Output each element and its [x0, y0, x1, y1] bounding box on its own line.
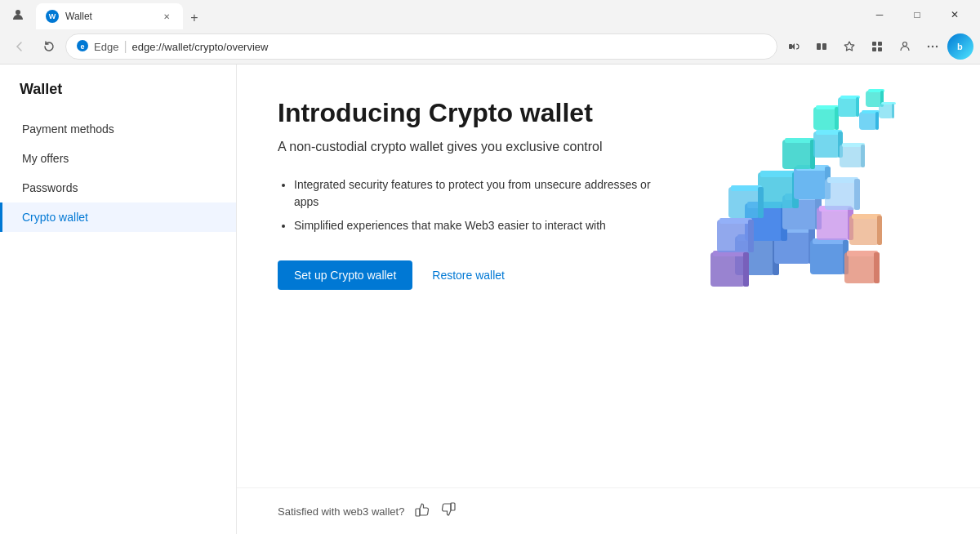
svg-rect-52: [731, 185, 762, 191]
refresh-button[interactable]: [36, 33, 62, 60]
back-button[interactable]: [7, 33, 33, 60]
crypto-visual: [662, 81, 939, 326]
titlebar: W Wallet ✕ + ─ □ ✕: [0, 0, 980, 29]
sidebar-item-my-offers[interactable]: My offers: [0, 144, 236, 173]
intro-heading: Introducing Crypto wallet: [278, 97, 653, 128]
svg-rect-40: [719, 218, 752, 224]
minimize-button[interactable]: ─: [861, 0, 898, 29]
svg-rect-63: [840, 145, 862, 167]
svg-rect-23: [743, 252, 749, 287]
features-list: Integrated security features to protect …: [278, 176, 653, 234]
maximize-button[interactable]: □: [898, 0, 936, 29]
main-content: Introducing Crypto wallet A non-custodia…: [237, 65, 980, 534]
svg-rect-5: [822, 43, 826, 50]
svg-rect-44: [877, 216, 882, 245]
svg-rect-43: [852, 214, 881, 219]
svg-point-0: [16, 10, 20, 15]
edge-icon: e: [76, 39, 89, 55]
svg-rect-29: [874, 252, 880, 283]
sidebar-nav: Payment methods My offers Passwords Cryp…: [0, 114, 236, 232]
svg-rect-75: [866, 91, 882, 107]
svg-rect-51: [728, 187, 760, 218]
svg-rect-48: [794, 167, 826, 199]
more-options-icon[interactable]: [920, 33, 946, 60]
intro-subheading: A non-custodial crypto wallet gives you …: [278, 138, 653, 156]
svg-rect-66: [813, 107, 836, 130]
svg-rect-78: [879, 104, 893, 118]
svg-rect-4: [817, 43, 821, 50]
svg-rect-36: [817, 207, 849, 240]
svg-point-11: [928, 46, 929, 47]
svg-text:e: e: [80, 42, 84, 51]
svg-rect-55: [827, 177, 858, 183]
svg-rect-82: [451, 503, 455, 510]
feature-item-2: Simplified experiences that make Web3 ea…: [294, 217, 653, 234]
profile-button[interactable]: [7, 3, 29, 26]
edge-label: Edge: [94, 41, 118, 53]
toolbar-icons: b: [781, 33, 973, 60]
svg-rect-56: [854, 179, 860, 210]
tab-title: Wallet: [65, 11, 154, 22]
close-button[interactable]: ✕: [936, 0, 973, 29]
thumbs-up-icon[interactable]: [414, 501, 430, 521]
svg-rect-39: [717, 220, 750, 252]
svg-point-10: [903, 42, 907, 47]
svg-point-12: [932, 46, 933, 47]
sidebar: Wallet Payment methods My offers Passwor…: [0, 65, 237, 534]
addressbar: e Edge | edge://wallet/crypto/overview b: [0, 29, 980, 64]
svg-rect-6: [872, 42, 876, 46]
feedback-label: Satisfied with web3 wallet?: [278, 505, 404, 518]
sidebar-item-crypto-wallet[interactable]: Crypto wallet: [0, 202, 236, 232]
svg-rect-7: [878, 42, 882, 46]
collections-icon[interactable]: [864, 33, 890, 60]
svg-rect-60: [813, 131, 840, 158]
svg-rect-74: [875, 112, 879, 130]
svg-text:b: b: [957, 42, 963, 51]
bing-chat-icon[interactable]: b: [947, 33, 973, 60]
intro-section: Introducing Crypto wallet A non-custodia…: [278, 97, 939, 501]
immersive-reader-icon[interactable]: [808, 33, 835, 60]
tab-close-button[interactable]: ✕: [160, 10, 173, 23]
address-box[interactable]: e Edge | edge://wallet/crypto/overview: [65, 33, 777, 60]
svg-rect-46: [760, 171, 796, 177]
active-tab[interactable]: W Wallet ✕: [36, 3, 183, 29]
svg-rect-8: [872, 47, 876, 51]
setup-crypto-wallet-button[interactable]: Set up Crypto wallet: [278, 260, 412, 290]
svg-rect-9: [878, 47, 882, 51]
svg-rect-81: [416, 509, 420, 516]
svg-rect-57: [782, 140, 812, 169]
svg-point-13: [936, 46, 938, 47]
titlebar-controls: ─ □ ✕: [861, 0, 973, 29]
profile-icon[interactable]: [892, 33, 918, 60]
sidebar-item-passwords[interactable]: Passwords: [0, 173, 236, 202]
crypto-illustration: [662, 81, 939, 326]
svg-rect-28: [847, 251, 878, 256]
sidebar-item-payment-methods[interactable]: Payment methods: [0, 114, 236, 144]
feature-item-1: Integrated security features to protect …: [294, 176, 653, 211]
new-tab-button[interactable]: +: [183, 7, 206, 29]
tab-favicon: W: [46, 10, 59, 23]
svg-rect-21: [710, 252, 745, 287]
svg-rect-42: [849, 216, 879, 245]
svg-rect-27: [844, 252, 875, 283]
thumbs-down-icon[interactable]: [440, 501, 457, 521]
svg-rect-72: [859, 112, 877, 130]
svg-rect-65: [861, 145, 865, 167]
svg-rect-24: [810, 240, 844, 274]
svg-rect-69: [838, 97, 858, 117]
svg-rect-80: [892, 104, 894, 118]
content-footer: Satisfied with web3 wallet?: [237, 487, 980, 534]
sidebar-title: Wallet: [0, 81, 236, 114]
restore-wallet-link[interactable]: Restore wallet: [432, 269, 505, 282]
favorites-icon[interactable]: [836, 33, 862, 60]
address-separator: |: [123, 39, 127, 54]
svg-rect-71: [856, 97, 859, 117]
read-aloud-icon[interactable]: [781, 33, 807, 60]
browser-content: Wallet Payment methods My offers Passwor…: [0, 64, 980, 534]
svg-rect-58: [785, 138, 814, 143]
address-url: edge://wallet/crypto/overview: [132, 41, 767, 53]
svg-rect-53: [758, 187, 764, 218]
svg-rect-41: [748, 220, 754, 252]
intro-text: Introducing Crypto wallet A non-custodia…: [278, 97, 653, 290]
tabs-area: W Wallet ✕ +: [33, 0, 858, 29]
